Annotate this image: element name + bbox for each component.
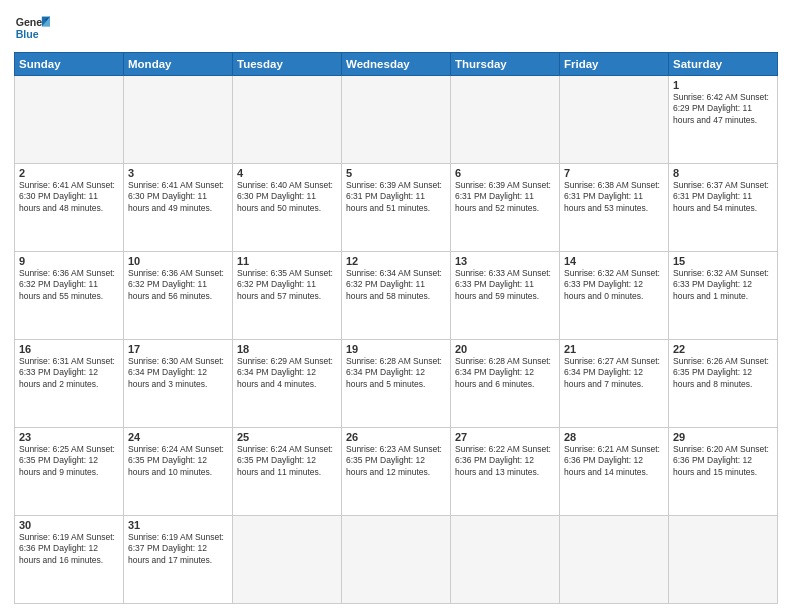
calendar-week-row: 9Sunrise: 6:36 AM Sunset: 6:32 PM Daylig… [15, 252, 778, 340]
calendar-day-cell: 5Sunrise: 6:39 AM Sunset: 6:31 PM Daylig… [342, 164, 451, 252]
calendar-day-cell: 6Sunrise: 6:39 AM Sunset: 6:31 PM Daylig… [451, 164, 560, 252]
day-number: 8 [673, 167, 773, 179]
day-number: 2 [19, 167, 119, 179]
day-info: Sunrise: 6:36 AM Sunset: 6:32 PM Dayligh… [19, 268, 119, 302]
day-number: 12 [346, 255, 446, 267]
page: General Blue SundayMondayTuesdayWednesda… [0, 0, 792, 612]
calendar-day-cell: 27Sunrise: 6:22 AM Sunset: 6:36 PM Dayli… [451, 428, 560, 516]
day-info: Sunrise: 6:24 AM Sunset: 6:35 PM Dayligh… [237, 444, 337, 478]
day-number: 24 [128, 431, 228, 443]
day-info: Sunrise: 6:28 AM Sunset: 6:34 PM Dayligh… [346, 356, 446, 390]
calendar-day-cell: 29Sunrise: 6:20 AM Sunset: 6:36 PM Dayli… [669, 428, 778, 516]
calendar-day-cell: 22Sunrise: 6:26 AM Sunset: 6:35 PM Dayli… [669, 340, 778, 428]
day-info: Sunrise: 6:41 AM Sunset: 6:30 PM Dayligh… [128, 180, 228, 214]
calendar-day-cell: 13Sunrise: 6:33 AM Sunset: 6:33 PM Dayli… [451, 252, 560, 340]
calendar-table: SundayMondayTuesdayWednesdayThursdayFrid… [14, 52, 778, 604]
calendar-day-cell: 12Sunrise: 6:34 AM Sunset: 6:32 PM Dayli… [342, 252, 451, 340]
day-info: Sunrise: 6:20 AM Sunset: 6:36 PM Dayligh… [673, 444, 773, 478]
weekday-header-friday: Friday [560, 53, 669, 76]
day-info: Sunrise: 6:30 AM Sunset: 6:34 PM Dayligh… [128, 356, 228, 390]
calendar-day-cell [342, 516, 451, 604]
day-info: Sunrise: 6:21 AM Sunset: 6:36 PM Dayligh… [564, 444, 664, 478]
calendar-day-cell: 17Sunrise: 6:30 AM Sunset: 6:34 PM Dayli… [124, 340, 233, 428]
calendar-day-cell: 31Sunrise: 6:19 AM Sunset: 6:37 PM Dayli… [124, 516, 233, 604]
calendar-header-row: SundayMondayTuesdayWednesdayThursdayFrid… [15, 53, 778, 76]
calendar-week-row: 1Sunrise: 6:42 AM Sunset: 6:29 PM Daylig… [15, 76, 778, 164]
day-info: Sunrise: 6:32 AM Sunset: 6:33 PM Dayligh… [673, 268, 773, 302]
calendar-day-cell: 19Sunrise: 6:28 AM Sunset: 6:34 PM Dayli… [342, 340, 451, 428]
calendar-day-cell: 21Sunrise: 6:27 AM Sunset: 6:34 PM Dayli… [560, 340, 669, 428]
calendar-day-cell: 10Sunrise: 6:36 AM Sunset: 6:32 PM Dayli… [124, 252, 233, 340]
calendar-day-cell: 8Sunrise: 6:37 AM Sunset: 6:31 PM Daylig… [669, 164, 778, 252]
day-number: 1 [673, 79, 773, 91]
calendar-day-cell: 3Sunrise: 6:41 AM Sunset: 6:30 PM Daylig… [124, 164, 233, 252]
calendar-day-cell [233, 516, 342, 604]
calendar-day-cell [560, 516, 669, 604]
calendar-day-cell: 18Sunrise: 6:29 AM Sunset: 6:34 PM Dayli… [233, 340, 342, 428]
day-info: Sunrise: 6:23 AM Sunset: 6:35 PM Dayligh… [346, 444, 446, 478]
day-info: Sunrise: 6:36 AM Sunset: 6:32 PM Dayligh… [128, 268, 228, 302]
day-info: Sunrise: 6:40 AM Sunset: 6:30 PM Dayligh… [237, 180, 337, 214]
calendar-day-cell: 14Sunrise: 6:32 AM Sunset: 6:33 PM Dayli… [560, 252, 669, 340]
day-number: 31 [128, 519, 228, 531]
generalblue-logo-icon: General Blue [14, 10, 50, 46]
day-number: 22 [673, 343, 773, 355]
calendar-day-cell: 4Sunrise: 6:40 AM Sunset: 6:30 PM Daylig… [233, 164, 342, 252]
calendar-day-cell: 30Sunrise: 6:19 AM Sunset: 6:36 PM Dayli… [15, 516, 124, 604]
day-info: Sunrise: 6:24 AM Sunset: 6:35 PM Dayligh… [128, 444, 228, 478]
svg-text:Blue: Blue [16, 28, 39, 40]
calendar-day-cell [342, 76, 451, 164]
day-number: 29 [673, 431, 773, 443]
day-number: 28 [564, 431, 664, 443]
day-number: 4 [237, 167, 337, 179]
day-number: 21 [564, 343, 664, 355]
weekday-header-sunday: Sunday [15, 53, 124, 76]
day-number: 7 [564, 167, 664, 179]
day-number: 10 [128, 255, 228, 267]
calendar-day-cell [233, 76, 342, 164]
calendar-day-cell [560, 76, 669, 164]
day-number: 19 [346, 343, 446, 355]
day-number: 9 [19, 255, 119, 267]
day-number: 23 [19, 431, 119, 443]
calendar-day-cell: 15Sunrise: 6:32 AM Sunset: 6:33 PM Dayli… [669, 252, 778, 340]
day-number: 16 [19, 343, 119, 355]
calendar-day-cell: 26Sunrise: 6:23 AM Sunset: 6:35 PM Dayli… [342, 428, 451, 516]
day-number: 15 [673, 255, 773, 267]
day-number: 11 [237, 255, 337, 267]
day-info: Sunrise: 6:39 AM Sunset: 6:31 PM Dayligh… [455, 180, 555, 214]
day-number: 25 [237, 431, 337, 443]
day-number: 3 [128, 167, 228, 179]
day-info: Sunrise: 6:29 AM Sunset: 6:34 PM Dayligh… [237, 356, 337, 390]
day-info: Sunrise: 6:34 AM Sunset: 6:32 PM Dayligh… [346, 268, 446, 302]
day-info: Sunrise: 6:19 AM Sunset: 6:37 PM Dayligh… [128, 532, 228, 566]
day-info: Sunrise: 6:33 AM Sunset: 6:33 PM Dayligh… [455, 268, 555, 302]
calendar-day-cell [124, 76, 233, 164]
calendar-week-row: 30Sunrise: 6:19 AM Sunset: 6:36 PM Dayli… [15, 516, 778, 604]
weekday-header-saturday: Saturday [669, 53, 778, 76]
calendar-day-cell: 25Sunrise: 6:24 AM Sunset: 6:35 PM Dayli… [233, 428, 342, 516]
calendar-day-cell: 9Sunrise: 6:36 AM Sunset: 6:32 PM Daylig… [15, 252, 124, 340]
calendar-day-cell [669, 516, 778, 604]
day-number: 18 [237, 343, 337, 355]
calendar-day-cell: 28Sunrise: 6:21 AM Sunset: 6:36 PM Dayli… [560, 428, 669, 516]
day-info: Sunrise: 6:19 AM Sunset: 6:36 PM Dayligh… [19, 532, 119, 566]
weekday-header-tuesday: Tuesday [233, 53, 342, 76]
calendar-day-cell: 16Sunrise: 6:31 AM Sunset: 6:33 PM Dayli… [15, 340, 124, 428]
day-number: 6 [455, 167, 555, 179]
calendar-day-cell: 20Sunrise: 6:28 AM Sunset: 6:34 PM Dayli… [451, 340, 560, 428]
calendar-week-row: 2Sunrise: 6:41 AM Sunset: 6:30 PM Daylig… [15, 164, 778, 252]
day-number: 27 [455, 431, 555, 443]
weekday-header-monday: Monday [124, 53, 233, 76]
day-number: 5 [346, 167, 446, 179]
day-number: 13 [455, 255, 555, 267]
day-number: 14 [564, 255, 664, 267]
calendar-day-cell: 2Sunrise: 6:41 AM Sunset: 6:30 PM Daylig… [15, 164, 124, 252]
calendar-day-cell: 11Sunrise: 6:35 AM Sunset: 6:32 PM Dayli… [233, 252, 342, 340]
day-number: 30 [19, 519, 119, 531]
day-number: 26 [346, 431, 446, 443]
calendar-day-cell: 23Sunrise: 6:25 AM Sunset: 6:35 PM Dayli… [15, 428, 124, 516]
calendar-day-cell: 1Sunrise: 6:42 AM Sunset: 6:29 PM Daylig… [669, 76, 778, 164]
day-info: Sunrise: 6:28 AM Sunset: 6:34 PM Dayligh… [455, 356, 555, 390]
calendar-day-cell [15, 76, 124, 164]
